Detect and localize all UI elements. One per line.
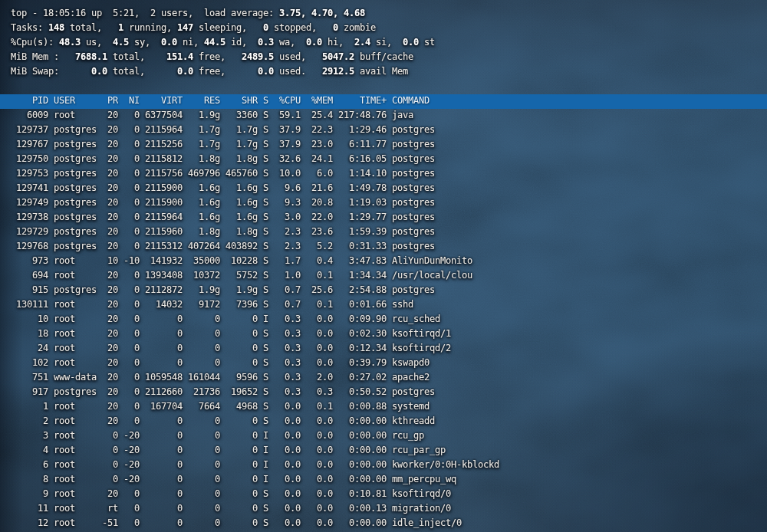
process-row: 130111 root 20 0 14032 9172 7396 S 0.7 0… (11, 298, 767, 313)
process-row: 8 root 0 -20 0 0 0 I 0.0 0.0 0:00.00 mm_… (11, 473, 767, 488)
blank-line (11, 80, 767, 94)
process-row: 751 www-data 20 0 1059548 161044 9596 S … (11, 371, 767, 386)
summary-label: wa, (274, 37, 306, 48)
summary-value: 5047.2 (322, 51, 354, 62)
process-row: 3 root 0 -20 0 0 0 I 0.0 0.0 0:00.00 rcu… (11, 429, 767, 444)
summary-value: 0.0 (161, 37, 177, 48)
summary-label: us, (81, 37, 113, 48)
summary-value: 0.0 (91, 66, 107, 77)
process-row: 129750 postgres 20 0 2115812 1.8g 1.8g S… (11, 153, 767, 167)
process-row: 11 root rt 0 0 0 0 S 0.0 0.0 0:00.13 mig… (11, 502, 767, 517)
summary-label: top - 18:05:16 up 5:21, 2 users, load av… (11, 8, 279, 18)
summary-label: ni, (177, 37, 204, 48)
summary-value: 0 (333, 22, 338, 33)
summary-label: used, (274, 51, 322, 62)
summary-value: 4.5 (113, 37, 129, 48)
summary-label: st (419, 37, 435, 48)
summary-label: si, (370, 37, 403, 48)
summary-label: sy, (129, 37, 161, 48)
summary-label: avail Mem (354, 66, 408, 77)
summary-label: stopped, (268, 22, 333, 33)
process-row: 24 root 20 0 0 0 0 S 0.3 0.0 0:12.34 kso… (11, 342, 767, 356)
process-row: 6 root 0 -20 0 0 0 I 0.0 0.0 0:00.00 kwo… (11, 458, 767, 473)
summary-value: 7688.1 (75, 51, 107, 62)
swap-line: MiB Swap: 0.0 total, 0.0 free, 0.0 used.… (11, 65, 767, 80)
summary-label: Tasks: (11, 22, 48, 33)
summary-label: total, (64, 22, 118, 33)
process-row: 129753 postgres 20 0 2115756 469796 4657… (11, 167, 767, 182)
summary-label: id, (225, 37, 258, 48)
summary-value: 2.4 (354, 37, 370, 48)
mem-line: MiB Mem : 7688.1 total, 151.4 free, 2489… (11, 51, 767, 65)
process-row: 12 root -51 0 0 0 0 S 0.0 0.0 0:00.00 id… (11, 517, 767, 531)
process-row: 129767 postgres 20 0 2115256 1.7g 1.7g S… (11, 138, 767, 153)
process-row: 694 root 20 0 1393408 10372 5752 S 1.0 0… (11, 269, 767, 284)
process-row: 18 root 20 0 0 0 0 S 0.3 0.0 0:02.30 kso… (11, 327, 767, 342)
process-row: 4 root 0 -20 0 0 0 I 0.0 0.0 0:00.00 rcu… (11, 444, 767, 458)
summary-label: %Cpu(s): (11, 37, 59, 48)
summary-value: 48.3 (59, 37, 81, 48)
summary-value: 0.0 (258, 66, 274, 77)
process-row: 129729 postgres 20 0 2115960 1.8g 1.8g S… (11, 225, 767, 240)
summary-value: 148 (48, 22, 64, 33)
process-row: 10 root 20 0 0 0 0 I 0.3 0.0 0:09.90 rcu… (11, 313, 767, 327)
summary-label: hi, (322, 37, 354, 48)
process-row: 129768 postgres 20 0 2115312 407264 4038… (11, 240, 767, 255)
summary-label: sleeping, (193, 22, 263, 33)
summary-label: free, (193, 51, 242, 62)
summary-value: 3.75, 4.70, 4.68 (279, 8, 365, 18)
summary-value: 147 (177, 22, 193, 33)
process-row: 917 postgres 20 0 2112660 21736 19652 S … (11, 386, 767, 400)
summary-value: 2912.5 (322, 66, 354, 77)
summary-value: 0.0 (177, 66, 193, 77)
summary-label: MiB Swap: (11, 66, 91, 77)
terminal-screen[interactable]: top - 18:05:16 up 5:21, 2 users, load av… (11, 7, 767, 532)
summary-value: 0.0 (403, 37, 419, 48)
process-table-header: PID USER PR NI VIRT RES SHR S %CPU %MEM … (0, 94, 767, 109)
summary-value: 0.0 (306, 37, 322, 48)
summary-label: MiB Mem : (11, 51, 75, 62)
summary-value: 1 (118, 22, 123, 33)
process-row: 6009 root 20 0 6377504 1.9g 3360 S 59.1 … (11, 109, 767, 123)
summary-label: total, (107, 66, 177, 77)
summary-value: 2489.5 (242, 51, 274, 62)
summary-label: total, (107, 51, 166, 62)
process-row: 129737 postgres 20 0 2115964 1.7g 1.7g S… (11, 123, 767, 138)
process-row: 9 root 20 0 0 0 0 S 0.0 0.0 0:10.81 ksof… (11, 488, 767, 502)
process-row: 102 root 20 0 0 0 0 S 0.3 0.0 0:39.79 ks… (11, 356, 767, 371)
process-row: 915 postgres 20 0 2112872 1.9g 1.9g S 0.… (11, 284, 767, 298)
process-row: 129749 postgres 20 0 2115900 1.6g 1.6g S… (11, 196, 767, 211)
summary-label: running, (123, 22, 177, 33)
process-table-rows: 6009 root 20 0 6377504 1.9g 3360 S 59.1 … (11, 109, 767, 531)
uptime-line: top - 18:05:16 up 5:21, 2 users, load av… (11, 7, 767, 21)
summary-value: 0 (263, 22, 268, 33)
cpu-line: %Cpu(s): 48.3 us, 4.5 sy, 0.0 ni, 44.5 i… (11, 36, 767, 51)
process-row: 1 root 20 0 167704 7664 4968 S 0.0 0.1 0… (11, 400, 767, 415)
tasks-line: Tasks: 148 total, 1 running, 147 sleepin… (11, 21, 767, 36)
summary-label: buff/cache (354, 51, 413, 62)
process-row: 129738 postgres 20 0 2115964 1.6g 1.6g S… (11, 211, 767, 225)
summary-value: 44.5 (204, 37, 225, 48)
process-row: 129741 postgres 20 0 2115900 1.6g 1.6g S… (11, 182, 767, 196)
summary-label: used. (274, 66, 322, 77)
summary-value: 0.3 (258, 37, 274, 48)
process-row: 2 root 20 0 0 0 0 S 0.0 0.0 0:00.00 kthr… (11, 415, 767, 429)
summary-value: 151.4 (166, 51, 193, 62)
top-summary-area: top - 18:05:16 up 5:21, 2 users, load av… (11, 7, 767, 80)
summary-label: free, (193, 66, 258, 77)
summary-label: zombie (338, 22, 376, 33)
process-row: 973 root 10 -10 141932 35000 10228 S 1.7… (11, 255, 767, 269)
